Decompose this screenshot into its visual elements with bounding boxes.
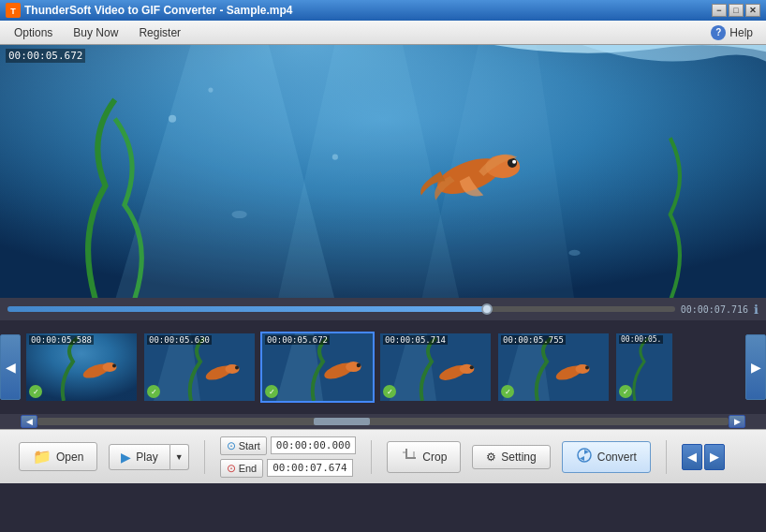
thumb-3-check: ✓ [265, 385, 278, 398]
scroll-area: ◀ ▶ [0, 414, 766, 429]
maximize-button[interactable]: □ [729, 4, 744, 17]
svg-point-35 [470, 365, 474, 369]
thumbnail-2[interactable]: 00:00:05.630 ✓ [142, 332, 257, 403]
separator-3 [666, 440, 667, 474]
nav-button-pair: ◀ ▶ [682, 444, 725, 470]
svg-point-40 [585, 366, 589, 370]
info-icon[interactable]: ℹ [754, 303, 759, 317]
scroll-right-button[interactable]: ▶ [729, 415, 745, 428]
end-icon: ⊙ [227, 462, 236, 475]
thumbnail-4[interactable]: 00:00:05.714 ✓ [378, 332, 493, 403]
strip-prev-button[interactable]: ◀ [0, 334, 21, 400]
thumbnail-1[interactable]: 00:00:05.588 ✓ [24, 332, 139, 403]
play-button[interactable]: ▶ Play [109, 444, 169, 470]
thumbnail-strip: ◀ 00:00:05.588 ✓ 00:00:05.6 [0, 320, 766, 414]
svg-point-30 [357, 363, 361, 367]
timeline-bar: 00:00:07.716 ℹ [0, 298, 766, 320]
thumbnail-6[interactable]: 00:00:05. ✓ [614, 332, 674, 403]
menu-bar: Options Buy Now Register ? Help [0, 21, 766, 45]
thumbnails-container: 00:00:05.588 ✓ 00:00:05.630 [21, 332, 745, 403]
thumb-3-time: 00:00:05.672 [265, 335, 330, 345]
svg-point-14 [231, 211, 246, 218]
thumb-4-time: 00:00:05.714 [383, 335, 448, 345]
nav-next-button[interactable]: ▶ [704, 444, 725, 470]
thumbnail-5[interactable]: 00:00:05.755 ✓ [496, 332, 611, 403]
svg-rect-45 [413, 451, 415, 459]
crop-button[interactable]: Crop [387, 441, 461, 473]
app-icon: T [6, 3, 21, 18]
svg-point-8 [208, 88, 213, 93]
menu-register[interactable]: Register [128, 22, 191, 43]
thumbnail-3[interactable]: 00:00:05.672 ✓ [260, 332, 375, 403]
window-controls: − □ ✕ [712, 4, 760, 17]
thumb-6-time: 00:00:05. [619, 335, 663, 344]
svg-point-15 [568, 250, 580, 256]
scrubber-track[interactable] [7, 306, 675, 312]
open-label: Open [56, 451, 83, 464]
help-label: Help [729, 26, 753, 39]
thumb-6-check: ✓ [619, 385, 632, 398]
folder-icon: 📁 [33, 448, 52, 466]
end-button[interactable]: ⊙ End [220, 459, 264, 478]
svg-rect-44 [403, 451, 407, 453]
scrubber-progress [7, 306, 488, 312]
title-bar: T ThunderSoft Video to GIF Converter - S… [0, 0, 766, 21]
svg-point-9 [332, 155, 338, 160]
play-button-group: ▶ Play ▼ [109, 444, 188, 470]
start-button[interactable]: ⊙ Start [220, 436, 267, 455]
gear-icon: ⚙ [486, 451, 496, 464]
svg-point-7 [169, 115, 176, 123]
thumb-2-time: 00:00:05.630 [147, 335, 212, 345]
start-icon: ⊙ [227, 439, 236, 452]
separator-1 [204, 440, 205, 474]
video-timestamp: 00:00:05.672 [6, 49, 85, 63]
crop-label: Crop [422, 451, 447, 464]
start-time-value[interactable]: 00:00:00.000 [271, 436, 356, 454]
menu-options[interactable]: Options [4, 22, 63, 43]
scroll-left-button[interactable]: ◀ [21, 415, 37, 428]
end-label: End [239, 463, 258, 474]
svg-text:T: T [10, 7, 16, 16]
crop-icon [401, 447, 418, 467]
play-dropdown-button[interactable]: ▼ [170, 444, 189, 470]
time-inputs: ⊙ Start 00:00:00.000 ⊙ End 00:00:07.674 [220, 436, 357, 478]
thumb-1-check: ✓ [29, 385, 42, 398]
thumb-1-time: 00:00:05.588 [29, 335, 94, 345]
video-preview: 00:00:05.672 [0, 45, 766, 298]
separator-2 [371, 440, 372, 474]
play-label: Play [136, 451, 157, 464]
help-icon: ? [711, 25, 726, 40]
svg-point-13 [512, 160, 516, 164]
scroll-track[interactable] [37, 418, 729, 425]
convert-button[interactable]: Convert [562, 441, 651, 473]
svg-point-25 [235, 366, 239, 370]
thumb-4-check: ✓ [383, 385, 396, 398]
end-time-value[interactable]: 00:00:07.674 [267, 459, 352, 477]
bottom-toolbar: 📁 Open ▶ Play ▼ ⊙ Start 00:00:00.000 [0, 429, 766, 483]
window-title: ThunderSoft Video to GIF Converter - Sam… [24, 4, 712, 17]
thumb-5-time: 00:00:05.755 [501, 335, 566, 345]
setting-button[interactable]: ⚙ Setting [472, 445, 550, 469]
start-time-row: ⊙ Start 00:00:00.000 [220, 436, 357, 455]
open-button[interactable]: 📁 Open [19, 442, 97, 471]
scroll-thumb[interactable] [314, 418, 370, 425]
menu-help[interactable]: ? Help [701, 22, 762, 43]
end-time-row: ⊙ End 00:00:07.674 [220, 459, 357, 478]
main-content: 00:00:05.672 [0, 45, 766, 532]
thumb-2-check: ✓ [147, 385, 160, 398]
convert-label: Convert [597, 451, 637, 464]
convert-icon [576, 447, 593, 467]
start-label: Start [239, 440, 260, 451]
menu-buynow[interactable]: Buy Now [63, 22, 128, 43]
close-button[interactable]: ✕ [745, 4, 760, 17]
thumb-5-check: ✓ [501, 385, 514, 398]
scrubber-thumb[interactable] [481, 303, 493, 315]
timeline-end-time: 00:00:07.716 [681, 304, 748, 315]
svg-point-20 [112, 364, 116, 368]
play-icon: ▶ [121, 450, 131, 465]
minimize-button[interactable]: − [712, 4, 727, 17]
setting-label: Setting [501, 451, 536, 464]
strip-next-button[interactable]: ▶ [745, 334, 766, 400]
nav-prev-button[interactable]: ◀ [682, 444, 702, 470]
